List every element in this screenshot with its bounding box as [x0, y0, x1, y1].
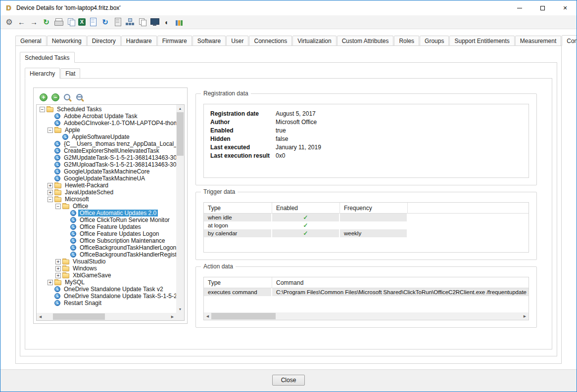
tree-expander-icon[interactable]: + [55, 266, 61, 271]
tree-item[interactable]: +Hewlett-Packard [38, 182, 176, 189]
tree-item[interactable]: OfficeBackgroundTaskHandlerLogon [38, 244, 176, 251]
tree-item[interactable]: GoogleUpdateTaskMachineUA [38, 175, 176, 182]
refresh-icon[interactable]: ↻ [41, 17, 51, 27]
scroll-up-icon[interactable] [176, 105, 184, 112]
tree-item[interactable]: AppleSoftwareUpdate [38, 133, 176, 140]
tree-item[interactable]: Office Feature Updates [38, 223, 176, 230]
tree-item[interactable]: −Apple [38, 127, 176, 133]
tree-item[interactable]: OneDrive Standalone Update Task-S-1-5-21… [38, 293, 176, 300]
tab-roles[interactable]: Roles [394, 36, 419, 45]
document-export-icon[interactable] [88, 17, 98, 27]
scroll-down-icon[interactable] [176, 305, 184, 313]
tab-hierarchy[interactable]: Hierarchy [25, 68, 60, 79]
contrast-icon[interactable]: ◐ [162, 17, 172, 27]
forward-icon[interactable]: → [29, 17, 39, 27]
titlebar[interactable]: D Device Details for 'tom-laptop4.fritz.… [0, 0, 577, 15]
tab-groups[interactable]: Groups [420, 36, 449, 45]
tab-flat[interactable]: Flat [60, 68, 80, 78]
print-icon[interactable] [53, 17, 64, 27]
tree-item[interactable]: Restart Snagit [38, 300, 176, 306]
excel-export-icon[interactable]: X [78, 18, 86, 26]
tree-item[interactable]: Adobe Acrobat Update Task [38, 113, 176, 120]
tab-virtualization[interactable]: Virtualization [292, 36, 336, 45]
tree-item[interactable]: OneDrive Standalone Update Task v2 [38, 286, 176, 293]
tab-general[interactable]: General [15, 36, 47, 45]
action-horizontal-scrollbar[interactable] [204, 312, 529, 320]
search-reset-icon[interactable] [76, 93, 84, 102]
scrollbar-track-h[interactable] [44, 313, 169, 320]
action-row[interactable]: executes commandC:\Program Files\Common … [204, 288, 529, 296]
monitor-icon[interactable] [149, 17, 160, 27]
tab-firmware[interactable]: Firmware [157, 36, 192, 45]
tab-connections[interactable]: Connections [249, 36, 292, 45]
tab-custom-attributes[interactable]: Custom Attributes [337, 36, 394, 45]
tree-expander-icon[interactable]: − [48, 128, 53, 133]
tab-measurement[interactable]: Measurement [515, 36, 561, 45]
tree-item[interactable]: CreateExplorerShellUnelevatedTask [38, 147, 176, 154]
report-icon[interactable] [112, 17, 123, 27]
scroll-left-icon[interactable] [204, 312, 211, 320]
trigger-row[interactable]: at logon✓ [204, 221, 529, 229]
tree-item[interactable]: +MySQL [38, 279, 176, 286]
tree-item[interactable]: −Microsoft [38, 196, 176, 203]
tree-item[interactable]: −Office [38, 203, 176, 210]
tree-expander-icon[interactable]: + [55, 259, 61, 264]
scrollbar-track-h[interactable] [211, 312, 521, 320]
close-button[interactable]: Close [272, 375, 305, 386]
expand-all-icon[interactable]: + [40, 93, 48, 101]
tree-expander-icon[interactable]: − [40, 107, 45, 112]
duplicate-icon[interactable] [137, 17, 147, 27]
tree-expander-icon[interactable]: − [55, 204, 61, 209]
scroll-left-icon[interactable] [37, 313, 44, 320]
hierarchy-icon[interactable] [125, 17, 135, 27]
scrollbar-thumb[interactable] [177, 112, 184, 156]
tree-item[interactable]: +Windows [38, 265, 176, 272]
tree-item[interactable]: −Scheduled Tasks [38, 106, 176, 113]
tree-horizontal-scrollbar[interactable] [37, 313, 184, 320]
close-window-button[interactable]: ✕ [554, 0, 577, 15]
maximize-button[interactable] [531, 0, 554, 15]
tree-item[interactable]: +VisualStudio [38, 258, 176, 265]
sync-icon[interactable]: ↻ [100, 17, 110, 27]
tab-software[interactable]: Software [192, 36, 226, 45]
scrollbar-track[interactable] [176, 112, 184, 305]
tab-directory[interactable]: Directory [87, 36, 121, 45]
settings-icon[interactable]: ⚙ [4, 17, 14, 27]
trigger-row[interactable]: when idle✓ [204, 214, 529, 221]
scroll-right-icon[interactable] [521, 312, 529, 320]
copy-icon[interactable] [66, 17, 76, 27]
tree-expander-icon[interactable]: − [48, 197, 53, 202]
tree-item[interactable]: AdobeGCInvoker-1.0-TOM-LAPTOP4-thomas [38, 120, 176, 127]
tree-item[interactable]: Office ClickToRun Service Monitor [38, 217, 176, 223]
scroll-right-icon[interactable] [169, 313, 176, 320]
trigger-row[interactable]: by calendar✓weekly [204, 229, 529, 237]
bar-chart-icon[interactable] [174, 17, 185, 27]
tab-support-entitlements[interactable]: Support Entitlements [449, 36, 514, 45]
scrollbar-thumb-h[interactable] [211, 313, 276, 319]
tree-item[interactable]: Office Automatic Updates 2.0 [38, 210, 176, 217]
scrollbar-thumb-h[interactable] [53, 313, 105, 320]
search-icon[interactable] [63, 93, 72, 102]
tree-item[interactable]: Office Subscription Maintenance [38, 237, 176, 244]
tree-expander-icon[interactable]: + [48, 280, 53, 285]
tree-item[interactable]: G2MUpdateTask-S-1-5-21-3681413463-3037 [38, 154, 176, 161]
tab-hardware[interactable]: Hardware [121, 36, 157, 45]
tree-item[interactable]: Office Feature Updates Logon [38, 230, 176, 237]
tab-networking[interactable]: Networking [47, 36, 87, 45]
tree-item[interactable]: +XblGameSave [38, 272, 176, 279]
tree-expander-icon[interactable]: + [55, 273, 61, 278]
back-icon[interactable]: ← [16, 17, 27, 27]
tab-scheduled-tasks[interactable]: Scheduled Tasks [20, 52, 75, 63]
tree-item[interactable]: OfficeBackgroundTaskHandlerRegistr [38, 251, 176, 258]
tree-item[interactable]: {C__Users_thomas trenz_AppData_Local_Te [38, 140, 176, 147]
tree-item[interactable]: GoogleUpdateTaskMachineCore [38, 168, 176, 175]
tab-user[interactable]: User [226, 36, 248, 45]
tree-expander-icon[interactable]: + [48, 190, 53, 195]
tree-item[interactable]: +JavaUpdateSched [38, 189, 176, 196]
tree-vertical-scrollbar[interactable] [176, 105, 184, 313]
tree-expander-icon[interactable]: + [48, 183, 53, 188]
tab-configurations[interactable]: Configurations [562, 35, 577, 46]
minimize-button[interactable] [508, 0, 531, 15]
collapse-all-icon[interactable]: − [51, 93, 59, 101]
tree-item[interactable]: G2MUploadTask-S-1-5-21-3681413463-3037 [38, 161, 176, 168]
